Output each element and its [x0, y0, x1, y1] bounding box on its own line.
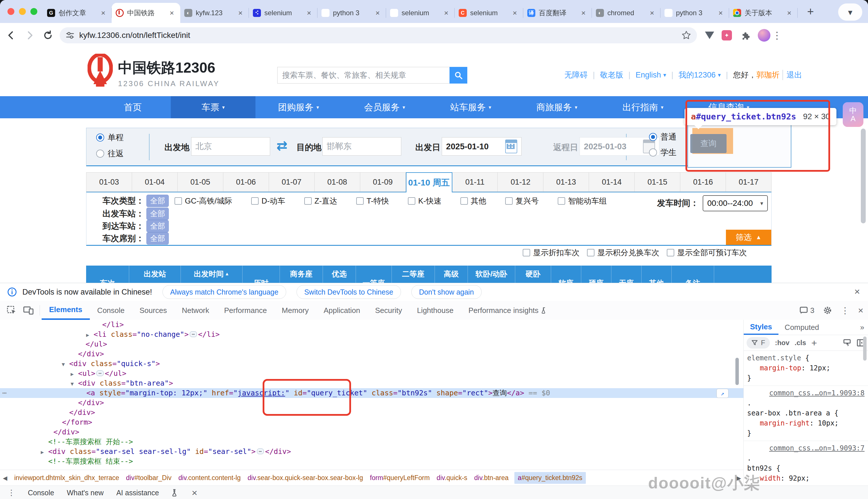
code-line[interactable]: ▼<div class="btn-area">: [0, 378, 743, 388]
address-bar[interactable]: kyfw.12306.cn/otn/leftTicket/init: [60, 27, 697, 43]
styles-scrollbar[interactable]: [863, 337, 867, 361]
table-column-header[interactable]: 出发站: [129, 266, 181, 283]
nav-item-4[interactable]: 会员服务▾: [342, 96, 428, 118]
translate-float-button[interactable]: 中 A: [843, 102, 864, 127]
nav-item-5[interactable]: 站车服务▾: [428, 96, 514, 118]
devtools-tab-elements[interactable]: Elements: [42, 301, 90, 320]
site-search-button[interactable]: [449, 67, 467, 84]
breadcrumb-item[interactable]: div.btn-area: [474, 474, 509, 482]
close-tab-icon[interactable]: ×: [307, 9, 311, 17]
profile-avatar[interactable]: [758, 29, 770, 41]
code-line[interactable]: ▼<div class="quick-s">: [0, 359, 743, 369]
header-link[interactable]: 敬老版: [600, 70, 623, 80]
passenger-type-radio[interactable]: 普通: [649, 132, 677, 143]
devtools-tab-performance[interactable]: Performance: [217, 301, 274, 320]
header-link[interactable]: 无障碍: [564, 70, 587, 80]
browser-tab[interactable]: 译百度翻译×: [523, 3, 592, 23]
url-text[interactable]: kyfw.12306.cn/otn/leftTicket/init: [79, 31, 681, 40]
new-tab-button[interactable]: +: [807, 5, 814, 18]
passenger-type-radio[interactable]: 学生: [649, 147, 677, 158]
style-declaration[interactable]: margin-top: 12px;: [747, 363, 865, 373]
code-line[interactable]: </div>: [0, 349, 743, 359]
hover-state-button[interactable]: :hov: [775, 339, 790, 347]
minimize-window-button[interactable]: [19, 8, 26, 15]
nav-item-7[interactable]: 出行指南▾: [600, 96, 686, 118]
breadcrumb-item[interactable]: div.quick-s: [437, 474, 467, 482]
trip-type-radio[interactable]: 往返: [96, 148, 124, 159]
date-tab[interactable]: 01-16: [680, 172, 726, 192]
devtools-tab-security[interactable]: Security: [368, 301, 410, 320]
styles-tab-computed[interactable]: Computed: [779, 320, 826, 335]
close-tab-icon[interactable]: ×: [101, 9, 106, 17]
header-link[interactable]: English: [635, 71, 661, 80]
browser-tab[interactable]: ≣python 3×: [660, 3, 729, 23]
all-chip[interactable]: 全部: [146, 220, 169, 232]
date-tab[interactable]: 01-07: [269, 172, 314, 192]
devtools-tab-memory[interactable]: Memory: [274, 301, 316, 320]
devtools-tab-application[interactable]: Application: [316, 301, 368, 320]
table-column-header[interactable]: 历时: [243, 266, 280, 283]
breadcrumb-item[interactable]: div.content.content-lg: [178, 474, 241, 482]
return-date-input[interactable]: 2025-01-03: [580, 137, 659, 156]
train-type-checkbox[interactable]: D-动车: [251, 196, 285, 206]
site-logo[interactable]: 中国铁路12306 12306 CHINA RAILWAY: [88, 54, 220, 88]
breadcrumb-item[interactable]: div.sear-box.quick-sear-box.sear-box-lg: [248, 474, 363, 482]
styles-tab-styles[interactable]: Styles: [744, 320, 779, 335]
devtools-tab-sources[interactable]: Sources: [132, 301, 174, 320]
collapse-arrow-icon[interactable]: ▶: [86, 330, 94, 340]
close-tab-icon[interactable]: ×: [581, 9, 585, 17]
drawer-tab-what-s-new[interactable]: What's new: [67, 489, 104, 497]
devtools-menu-icon[interactable]: ⋮: [841, 305, 850, 316]
train-type-checkbox[interactable]: K-快速: [408, 196, 442, 206]
browser-tab[interactable]: 关于版本×: [729, 3, 798, 23]
code-line[interactable]: ▶<ul>⋯</ul>: [0, 369, 743, 378]
reload-button[interactable]: [41, 28, 55, 42]
logout-link[interactable]: 退出: [782, 70, 802, 80]
table-column-header[interactable]: 优选: [323, 266, 356, 283]
devtools-tab-lighthouse[interactable]: Lighthouse: [410, 301, 461, 320]
calendar-icon[interactable]: [505, 139, 517, 153]
close-tab-icon[interactable]: ×: [375, 9, 380, 17]
header-link[interactable]: 我的12306: [679, 70, 716, 80]
browser-tab[interactable]: ◐chromed×: [592, 3, 660, 23]
browser-tab[interactable]: ≣selenium×: [386, 3, 455, 23]
swap-stations-icon[interactable]: ⇄: [276, 138, 288, 153]
site-search-input[interactable]: [277, 67, 449, 84]
table-column-header[interactable]: 车次: [86, 266, 129, 283]
table-column-header[interactable]: 高级: [435, 266, 468, 283]
bookmark-star-icon[interactable]: [681, 31, 691, 40]
depart-date-input[interactable]: 2025-01-10: [442, 137, 522, 156]
train-type-checkbox[interactable]: 智能动车组: [558, 196, 607, 206]
table-column-header[interactable]: 硬卧: [515, 266, 551, 283]
drawer-tab-ai-assistance[interactable]: AI assistance: [116, 489, 159, 497]
code-line[interactable]: </div>: [0, 427, 743, 437]
extension-icon[interactable]: ✦: [722, 30, 732, 40]
train-type-checkbox[interactable]: Z-直达: [304, 196, 337, 206]
maximize-window-button[interactable]: [30, 8, 37, 15]
date-tab[interactable]: 01-12: [498, 172, 543, 192]
extension-icon[interactable]: [705, 32, 714, 39]
table-column-header[interactable]: 一等座: [356, 266, 392, 283]
table-column-header[interactable]: 商务座: [280, 266, 323, 283]
rendering-brush-icon[interactable]: [843, 339, 851, 347]
back-button[interactable]: [4, 28, 18, 42]
expand-arrow-icon[interactable]: ▼: [71, 379, 78, 389]
date-tab[interactable]: 01-17: [726, 172, 771, 192]
table-column-header[interactable]: 无座: [611, 266, 642, 283]
style-declaration[interactable]: width: 92px;: [747, 473, 865, 484]
code-line[interactable]: </li>: [0, 320, 743, 330]
nav-item-2[interactable]: 车票▾: [171, 96, 256, 118]
elements-scrollbar[interactable]: [735, 358, 739, 385]
username-link[interactable]: 郭珈圻: [756, 70, 780, 80]
close-tab-icon[interactable]: ×: [650, 9, 654, 17]
code-line[interactable]: <!--车票搜索框 开始-->: [0, 437, 743, 447]
inspect-element-icon[interactable]: [6, 305, 17, 316]
extensions-puzzle-icon[interactable]: [740, 30, 750, 41]
collapse-arrow-icon[interactable]: ▶: [41, 447, 48, 457]
stylesheet-link[interactable]: common_css.…on=1.9093:8: [747, 388, 865, 398]
breadcrumb-item[interactable]: a#query_ticket.btn92s: [514, 472, 586, 484]
browser-tab[interactable]: Cselenium×: [455, 3, 523, 23]
code-line[interactable]: ⋯ <a style="margin-top: 12px;" href="jav…: [0, 388, 743, 398]
date-tab[interactable]: 01-06: [223, 172, 269, 192]
settings-gear-icon[interactable]: [823, 306, 832, 315]
